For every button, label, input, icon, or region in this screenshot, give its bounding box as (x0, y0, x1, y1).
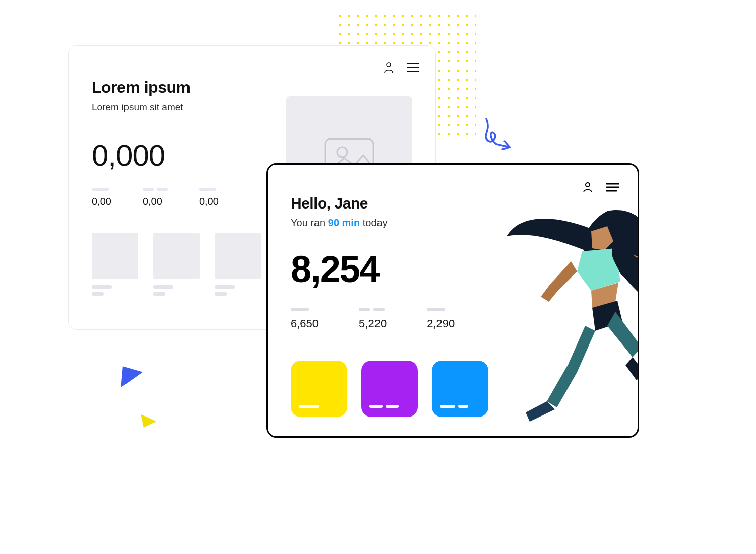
run-duration-highlight: 90 min (328, 217, 360, 228)
wireframe-metric: 0,00 (92, 188, 111, 207)
metric-value: 0,00 (92, 196, 111, 207)
decorative-triangle-blue (121, 366, 143, 389)
metric-item: 2,290 (427, 308, 455, 330)
activity-tile-purple[interactable] (361, 361, 418, 417)
metric-value: 0,00 (199, 196, 219, 207)
wireframe-thumbnail (215, 233, 261, 296)
metric-value: 0,00 (143, 196, 168, 207)
metric-value: 5,220 (359, 317, 387, 330)
decorative-triangle-yellow (138, 409, 156, 427)
wireframe-metric: 0,00 (143, 188, 168, 207)
wireframe-thumbnail (92, 233, 138, 296)
runner-illustration (501, 196, 639, 428)
decorative-arrow (481, 116, 522, 156)
svg-point-0 (387, 63, 391, 67)
metric-item: 6,650 (291, 308, 319, 330)
run-summary-suffix: today (360, 217, 387, 228)
svg-point-6 (586, 183, 590, 187)
activity-tile-blue[interactable] (432, 361, 488, 417)
metric-value: 6,650 (291, 317, 319, 330)
metric-value: 2,290 (427, 317, 455, 330)
svg-point-5 (337, 147, 347, 157)
wireframe-metric: 0,00 (199, 188, 219, 207)
fitness-dashboard-card: Hello, Jane You ran 90 min today 8,254 6… (266, 163, 639, 438)
menu-icon[interactable] (406, 61, 419, 74)
run-summary-prefix: You ran (291, 217, 328, 228)
metric-item: 5,220 (359, 308, 387, 330)
user-icon[interactable] (581, 181, 594, 194)
activity-tile-yellow[interactable] (291, 361, 347, 417)
user-icon[interactable] (382, 61, 395, 74)
wireframe-title: Lorem ipsum (92, 78, 412, 97)
menu-icon[interactable] (606, 181, 619, 194)
wireframe-thumbnail (153, 233, 200, 296)
